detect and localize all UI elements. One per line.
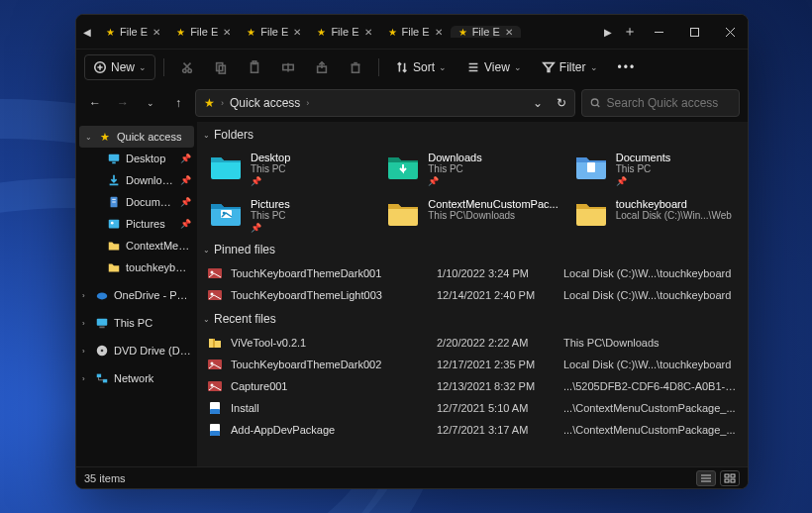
thumbnails-view-button[interactable] [720, 470, 740, 486]
folder-name: Downloads [428, 152, 481, 163]
sidebar-item[interactable]: ›This PC [76, 312, 197, 334]
sidebar-item[interactable]: Desktop📌 [76, 148, 197, 169]
svg-point-38 [97, 292, 108, 299]
svg-rect-1 [690, 28, 698, 36]
folder-item[interactable]: DesktopThis PC📌 [205, 148, 374, 190]
close-button[interactable] [712, 15, 748, 49]
file-row[interactable]: Add-AppDevPackage12/7/2021 3:17 AM...\Co… [203, 419, 742, 441]
rename-button[interactable] [273, 55, 303, 79]
cut-button[interactable] [172, 55, 202, 79]
svg-point-28 [591, 99, 598, 106]
tab[interactable]: ★File E✕ [239, 26, 309, 38]
tab[interactable]: ★File E✕ [309, 26, 379, 38]
tab[interactable]: ★File E✕ [98, 26, 168, 38]
copy-button[interactable] [206, 55, 236, 79]
status-bar: 35 items [76, 466, 748, 488]
address-field[interactable]: ★ › Quick access › ⌄ ↻ [195, 89, 575, 117]
maximize-button[interactable] [676, 15, 712, 49]
star-icon: ★ [204, 96, 215, 110]
tab-label: File E [402, 26, 430, 38]
pin-icon: 📌 [251, 223, 290, 233]
svg-rect-31 [112, 162, 116, 164]
sidebar-item-label: DVD Drive (D:) CCCO [114, 345, 191, 357]
folder-icon [209, 152, 243, 181]
thispc-icon [95, 316, 109, 330]
share-button[interactable] [307, 55, 337, 79]
folder-location: Local Disk (C:)\Win...\Web [616, 210, 732, 221]
filter-button[interactable]: Filter ⌄ [534, 55, 606, 79]
file-row[interactable]: Capture00112/13/2021 8:32 PM...\5205DFB2… [203, 375, 742, 397]
minimize-button[interactable] [641, 15, 676, 49]
svg-rect-64 [725, 474, 729, 477]
file-row[interactable]: ViVeTool-v0.2.12/20/2022 2:22 AMThis PC\… [203, 332, 742, 354]
back-button[interactable]: ← [84, 92, 106, 114]
sidebar-item[interactable]: touchkeyboard [76, 256, 197, 278]
chevron-right-icon: › [221, 98, 224, 108]
close-tab-icon[interactable]: ✕ [223, 27, 231, 38]
file-row[interactable]: Install12/7/2021 5:10 AM...\ContextMenuC… [203, 397, 742, 419]
refresh-button[interactable]: ↻ [557, 96, 566, 110]
close-tab-icon[interactable]: ✕ [364, 27, 372, 38]
tab[interactable]: ★File E✕ [168, 26, 239, 38]
svg-point-42 [101, 350, 104, 353]
paste-button[interactable] [240, 55, 269, 79]
search-input[interactable] [607, 96, 731, 110]
address-dropdown-chevron[interactable]: ⌄ [533, 96, 543, 110]
recent-locations-button[interactable]: ⌄ [140, 92, 161, 114]
folders-group-header[interactable]: ⌄ Folders [201, 122, 744, 148]
tab[interactable]: ★File E✕ [451, 26, 521, 38]
sidebar-item[interactable]: Documents📌 [76, 191, 197, 213]
pin-icon: 📌 [428, 176, 481, 186]
sidebar-item[interactable]: Downloads📌 [76, 169, 197, 191]
sidebar-item[interactable]: ›OneDrive - Personal [76, 284, 197, 306]
sidebar-item[interactable]: ›Network [76, 367, 197, 389]
close-tab-icon[interactable]: ✕ [152, 27, 160, 38]
recent-files-group-header[interactable]: ⌄ Recent files [201, 306, 744, 332]
more-button[interactable]: ••• [610, 55, 645, 79]
folder-item[interactable]: DownloadsThis PC📌 [382, 148, 561, 190]
new-button[interactable]: New ⌄ [84, 54, 155, 80]
svg-point-54 [211, 362, 214, 365]
file-date: 12/17/2021 2:35 PM [437, 359, 556, 370]
sidebar-item-label: Downloads [126, 174, 175, 186]
pinned-files-group-header[interactable]: ⌄ Pinned files [201, 237, 744, 262]
sidebar-item[interactable]: Pictures📌 [76, 213, 197, 235]
tabs-scroll-left[interactable]: ◀ [76, 27, 98, 38]
file-explorer-window: ◀ ★File E✕★File E✕★File E✕★File E✕★File … [75, 14, 749, 489]
delete-button[interactable] [341, 55, 370, 79]
forward-button[interactable]: → [112, 92, 134, 114]
file-name: Install [231, 402, 429, 414]
folder-item[interactable]: ContextMenuCustomPac...This PC\Downloads [382, 194, 561, 237]
sidebar-item[interactable]: ›DVD Drive (D:) CCCO [76, 340, 197, 361]
tab-label: File E [120, 26, 148, 38]
folder-item[interactable]: PicturesThis PC📌 [205, 194, 374, 237]
up-button[interactable]: ↑ [167, 92, 189, 114]
sidebar-item-label: touchkeyboard [126, 261, 191, 273]
search-box[interactable] [581, 89, 740, 117]
breadcrumb[interactable]: Quick access [230, 96, 300, 110]
close-tab-icon[interactable]: ✕ [505, 27, 513, 38]
tab[interactable]: ★File E✕ [380, 26, 451, 38]
folder-icon [386, 152, 420, 181]
sidebar-item[interactable]: ContextMenuCust [76, 235, 197, 256]
view-button[interactable]: View ⌄ [458, 55, 530, 79]
sidebar-item[interactable]: ⌄★Quick access [79, 126, 194, 148]
file-row[interactable]: TouchKeyboardThemeDark00212/17/2021 2:35… [203, 354, 742, 375]
new-button-label: New [111, 60, 135, 74]
details-view-button[interactable] [696, 470, 716, 486]
chevron-icon: › [82, 347, 90, 356]
tabs-scroll-right[interactable]: ▶ [597, 27, 619, 38]
folder-item[interactable]: touchkeyboardLocal Disk (C:)\Win...\Web [570, 194, 740, 237]
svg-marker-27 [544, 62, 555, 71]
sort-button[interactable]: Sort ⌄ [387, 55, 455, 79]
file-row[interactable]: TouchKeyboardThemeLight00312/14/2021 2:4… [203, 284, 742, 306]
file-row[interactable]: TouchKeyboardThemeDark0011/10/2022 3:24 … [203, 262, 742, 284]
onedrive-icon [95, 288, 109, 302]
svg-rect-30 [109, 154, 120, 161]
close-tab-icon[interactable]: ✕ [435, 27, 443, 38]
new-tab-button[interactable]: ＋ [619, 23, 641, 41]
address-bar: ← → ⌄ ↑ ★ › Quick access › ⌄ ↻ [76, 84, 748, 122]
svg-rect-45 [587, 162, 595, 172]
folder-item[interactable]: DocumentsThis PC📌 [570, 148, 740, 190]
close-tab-icon[interactable]: ✕ [293, 27, 301, 38]
